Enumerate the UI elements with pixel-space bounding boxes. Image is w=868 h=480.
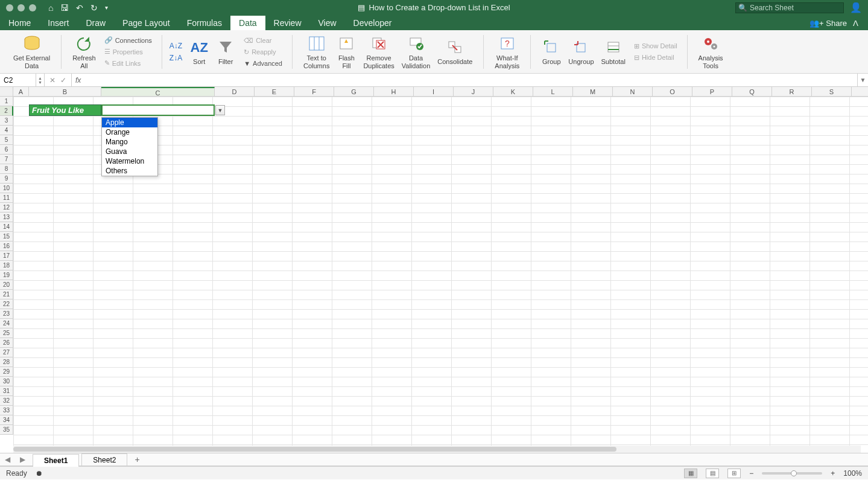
dropdown-item-guava[interactable]: Guava — [102, 147, 157, 156]
refresh-all-button[interactable]: Refresh All — [69, 33, 100, 71]
row-header-27[interactable]: 27 — [0, 348, 13, 357]
row-header-7[interactable]: 7 — [0, 155, 13, 164]
row-header-11[interactable]: 11 — [0, 193, 13, 203]
sort-asc-icon[interactable]: A↓Z — [169, 42, 182, 50]
properties-button[interactable]: ☰Properties — [102, 46, 154, 57]
row-header-1[interactable]: 1 — [0, 97, 13, 106]
column-header-p[interactable]: P — [692, 87, 732, 97]
home-icon[interactable]: ⌂ — [48, 3, 53, 13]
column-header-t[interactable]: T — [852, 87, 868, 97]
row-header-25[interactable]: 25 — [0, 328, 13, 338]
prev-sheet-button[interactable]: ◀ — [0, 455, 15, 464]
dropdown-item-orange[interactable]: Orange — [102, 127, 157, 137]
page-break-view-button[interactable]: ⊞ — [727, 469, 741, 478]
row-header-6[interactable]: 6 — [0, 145, 13, 155]
analysis-tools-button[interactable]: Analysis Tools — [695, 33, 727, 71]
ungroup-button[interactable]: Ungroup — [565, 36, 597, 67]
formula-input[interactable] — [84, 74, 857, 86]
zoom-level[interactable]: 100% — [843, 469, 862, 478]
row-header-2[interactable]: 2 — [0, 106, 13, 116]
validation-dropdown-button[interactable]: ▼ — [215, 105, 225, 115]
filter-button[interactable]: Filter — [212, 36, 239, 67]
column-header-a[interactable]: A — [13, 87, 29, 97]
row-header-22[interactable]: 22 — [0, 299, 13, 309]
remove-duplicates-button[interactable]: Remove Duplicates — [360, 33, 398, 71]
row-header-8[interactable]: 8 — [0, 164, 13, 174]
save-icon[interactable]: 🖫 — [60, 3, 69, 13]
qat-customize-icon[interactable]: ▾ — [105, 4, 108, 11]
scrollbar-thumb[interactable] — [13, 447, 616, 452]
text-to-columns-button[interactable]: Text to Columns — [300, 33, 333, 71]
redo-icon[interactable]: ↻ — [90, 3, 98, 13]
whatif-analysis-button[interactable]: ?What-If Analysis — [491, 33, 523, 71]
collapse-ribbon-icon[interactable]: ᐱ — [853, 19, 858, 28]
name-box[interactable]: C2 — [0, 74, 36, 86]
row-header-35[interactable]: 35 — [0, 425, 13, 435]
zoom-in-button[interactable]: + — [831, 469, 835, 478]
name-box-dropdown-icon[interactable]: ▲▼ — [36, 74, 45, 86]
column-header-g[interactable]: G — [334, 87, 374, 97]
normal-view-button[interactable]: ▦ — [684, 469, 697, 478]
row-header-21[interactable]: 21 — [0, 290, 13, 299]
data-validation-button[interactable]: Data Validation — [398, 33, 434, 71]
sort-desc-icon[interactable]: Z↓A — [169, 54, 182, 62]
column-header-s[interactable]: S — [812, 87, 852, 97]
dropdown-item-mango[interactable]: Mango — [102, 137, 157, 147]
expand-formula-bar-icon[interactable]: ▼ — [857, 74, 868, 86]
column-header-r[interactable]: R — [772, 87, 812, 97]
cancel-formula-icon[interactable]: ✕ — [49, 76, 55, 85]
row-header-3[interactable]: 3 — [0, 116, 13, 126]
search-input[interactable]: 🔍 Search Sheet — [735, 2, 844, 13]
advanced-filter-button[interactable]: ▼Advanced — [241, 59, 285, 68]
column-header-c[interactable]: C — [101, 87, 215, 97]
row-header-10[interactable]: 10 — [0, 184, 13, 193]
row-header-30[interactable]: 30 — [0, 377, 13, 386]
validation-dropdown-list[interactable]: AppleOrangeMangoGuavaWatermelonOthers — [101, 117, 158, 176]
row-header-20[interactable]: 20 — [0, 280, 13, 290]
column-header-l[interactable]: L — [533, 87, 573, 97]
flash-fill-button[interactable]: Flash Fill — [333, 33, 360, 71]
row-header-14[interactable]: 14 — [0, 222, 13, 232]
zoom-slider[interactable] — [762, 472, 822, 475]
row-header-28[interactable]: 28 — [0, 357, 13, 367]
zoom-out-button[interactable]: − — [749, 469, 753, 478]
cell-b2-label[interactable]: Fruit You Like — [29, 104, 101, 116]
undo-icon[interactable]: ↶ — [76, 3, 83, 13]
column-header-q[interactable]: Q — [732, 87, 772, 97]
tab-page-layout[interactable]: Page Layout — [114, 16, 179, 30]
row-header-19[interactable]: 19 — [0, 270, 13, 280]
add-sheet-button[interactable]: + — [127, 455, 147, 464]
connections-button[interactable]: 🔗Connections — [102, 35, 154, 45]
row-header-29[interactable]: 29 — [0, 367, 13, 377]
column-header-e[interactable]: E — [255, 87, 294, 97]
column-header-b[interactable]: B — [29, 87, 101, 97]
macro-record-icon[interactable]: ⏺ — [36, 469, 43, 478]
spreadsheet-grid[interactable]: ABCDEFGHIJKLMNOPQRST 1234567891011121314… — [0, 87, 868, 453]
row-header-5[interactable]: 5 — [0, 135, 13, 145]
column-header-o[interactable]: O — [653, 87, 692, 97]
dropdown-item-watermelon[interactable]: Watermelon — [102, 156, 157, 166]
tab-review[interactable]: Review — [265, 16, 310, 30]
hide-detail-button[interactable]: ⊟Hide Detail — [632, 53, 680, 63]
column-header-m[interactable]: M — [573, 87, 613, 97]
maximize-window-icon[interactable] — [29, 4, 36, 11]
minimize-window-icon[interactable] — [17, 4, 25, 11]
group-button[interactable]: Group — [538, 36, 565, 67]
zoom-slider-thumb[interactable] — [791, 470, 797, 476]
clear-filter-button[interactable]: ⌫Clear — [241, 36, 285, 46]
dropdown-item-others[interactable]: Others — [102, 166, 157, 176]
column-header-j[interactable]: J — [454, 87, 493, 97]
column-header-f[interactable]: F — [294, 87, 334, 97]
sort-button[interactable]: AZ Sort — [186, 36, 212, 67]
tab-insert[interactable]: Insert — [39, 16, 77, 30]
tab-draw[interactable]: Draw — [77, 16, 114, 30]
consolidate-button[interactable]: Consolidate — [434, 36, 476, 67]
tab-formulas[interactable]: Formulas — [179, 16, 230, 30]
row-header-9[interactable]: 9 — [0, 174, 13, 184]
row-header-26[interactable]: 26 — [0, 338, 13, 348]
row-header-32[interactable]: 32 — [0, 396, 13, 406]
dropdown-item-apple[interactable]: Apple — [102, 118, 157, 127]
tab-developer[interactable]: Developer — [345, 16, 401, 30]
select-all-corner[interactable] — [0, 87, 13, 97]
subtotal-button[interactable]: Subtotal — [598, 36, 629, 67]
